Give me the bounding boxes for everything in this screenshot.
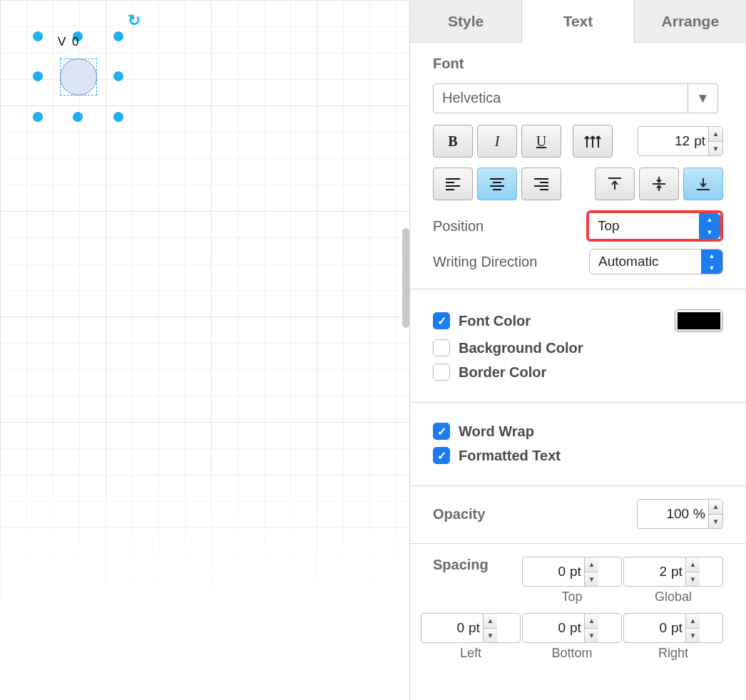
position-value: Top [598,218,620,234]
writing-direction-select[interactable]: Automatic ▲▼ [589,249,723,274]
stepper-arrows[interactable]: ▲▼ [685,557,700,586]
stepper-arrows[interactable]: ▲▼ [685,614,700,642]
valign-bottom-button[interactable] [683,168,723,200]
dropdown-caret-icon: ▼ [688,84,717,113]
ellipse-shape[interactable] [60,58,97,96]
font-heading: Font [433,56,723,72]
stepper-arrows[interactable]: ▲▼ [483,614,497,642]
valign-middle-button[interactable] [639,168,679,200]
scrollbar-thumb[interactable] [402,228,409,328]
select-arrows-icon: ▲▼ [699,213,720,239]
opacity-label: Opacity [433,506,637,523]
resize-handle-se[interactable] [113,112,123,122]
colors-section: Font Color Background Color Border Color [410,289,746,403]
align-center-button[interactable] [477,168,517,200]
panel-tabs: Style Text Arrange [410,0,746,43]
spacing-left-unit: pt [469,620,483,636]
resize-handle-sw[interactable] [33,112,43,122]
word-wrap-checkbox[interactable] [433,423,450,440]
resize-handle-nw[interactable] [33,31,43,41]
font-size-unit: pt [694,133,708,149]
resize-handle-e[interactable] [113,71,123,81]
shape-label[interactable]: V 0 [58,36,81,48]
spacing-right-label: Right [623,646,723,661]
spacing-top-stepper[interactable]: pt ▲▼ [522,557,622,587]
spacing-left-input[interactable] [421,620,469,636]
v-align-group [595,168,723,200]
canvas[interactable]: V 0 ↻ [0,0,409,700]
word-wrap-label: Word Wrap [459,423,534,440]
resize-handle-s[interactable] [73,112,83,122]
spacing-global-unit: pt [671,564,685,580]
background-color-label: Background Color [459,340,583,356]
position-label: Position [433,218,586,235]
background-color-checkbox[interactable] [433,339,450,356]
bold-button[interactable]: B [433,125,473,158]
spacing-right-unit: pt [671,620,685,636]
spacing-right-stepper[interactable]: pt ▲▼ [623,613,723,643]
spacing-bottom-stepper[interactable]: pt ▲▼ [522,613,622,643]
h-align-group [433,168,561,200]
resize-handle-ne[interactable] [113,31,123,41]
tab-style[interactable]: Style [410,0,522,42]
spacing-bottom-label: Bottom [522,646,622,661]
spacing-bottom-input[interactable] [523,620,570,636]
valign-top-button[interactable] [595,168,635,200]
spacing-bottom-unit: pt [570,620,584,636]
stepper-arrows[interactable]: ▲▼ [584,557,598,586]
vertical-text-button[interactable] [573,125,613,158]
font-style-group: B I U [433,125,561,158]
resize-handle-w[interactable] [33,71,43,81]
underline-button[interactable]: U [521,125,561,158]
position-highlight: Top ▲▼ [586,210,723,242]
font-section: Font Helvetica ▼ B I U pt ▲▼ [410,43,746,289]
tab-arrange[interactable]: Arrange [635,0,746,42]
opacity-unit: % [693,506,708,522]
align-right-button[interactable] [521,168,561,200]
spacing-right-input[interactable] [624,620,671,636]
select-arrows-icon: ▲▼ [701,249,722,274]
opacity-stepper[interactable]: % ▲▼ [637,499,723,529]
vertical-arrows-icon [583,132,603,150]
formatted-text-checkbox[interactable] [433,447,450,464]
writing-direction-value: Automatic [598,254,658,269]
font-family-value: Helvetica [434,84,688,113]
italic-button[interactable]: I [477,125,517,158]
spacing-global-stepper[interactable]: pt ▲▼ [623,557,723,587]
position-select[interactable]: Top ▲▼ [589,213,720,239]
stepper-arrows[interactable]: ▲▼ [708,500,722,528]
selected-shape[interactable]: V 0 ↻ [60,58,97,96]
border-color-checkbox[interactable] [433,364,450,381]
spacing-top-label: Top [522,590,622,604]
opacity-input[interactable] [638,506,693,522]
font-color-swatch[interactable] [675,309,723,332]
spacing-global-input[interactable] [624,564,671,580]
spacing-top-input[interactable] [523,564,570,580]
font-size-stepper[interactable]: pt ▲▼ [638,126,723,156]
spacing-left-stepper[interactable]: pt ▲▼ [421,613,521,643]
stepper-arrows[interactable]: ▲▼ [584,614,598,642]
opacity-section: Opacity % ▲▼ [410,486,746,544]
tab-text[interactable]: Text [522,0,634,43]
align-left-button[interactable] [433,168,473,200]
canvas-fade [0,458,409,700]
formatted-text-label: Formatted Text [459,448,561,464]
rotate-handle-icon[interactable]: ↻ [128,11,140,30]
font-color-checkbox[interactable] [433,312,450,329]
spacing-top-unit: pt [570,564,584,580]
spacing-global-label: Global [623,590,723,604]
wrap-section: Word Wrap Formatted Text [410,403,746,486]
format-panel: Style Text Arrange Font Helvetica ▼ B I … [409,0,746,700]
font-size-input[interactable] [638,133,694,149]
writing-direction-label: Writing Direction [433,254,589,270]
border-color-label: Border Color [459,364,546,381]
spacing-left-label: Left [421,646,521,661]
font-color-label: Font Color [459,313,531,329]
spacing-label: Spacing [433,557,522,593]
stepper-arrows[interactable]: ▲▼ [708,127,722,155]
font-family-select[interactable]: Helvetica ▼ [433,83,718,113]
spacing-section: Spacing pt ▲▼ Top pt ▲▼ Glob [410,544,746,675]
